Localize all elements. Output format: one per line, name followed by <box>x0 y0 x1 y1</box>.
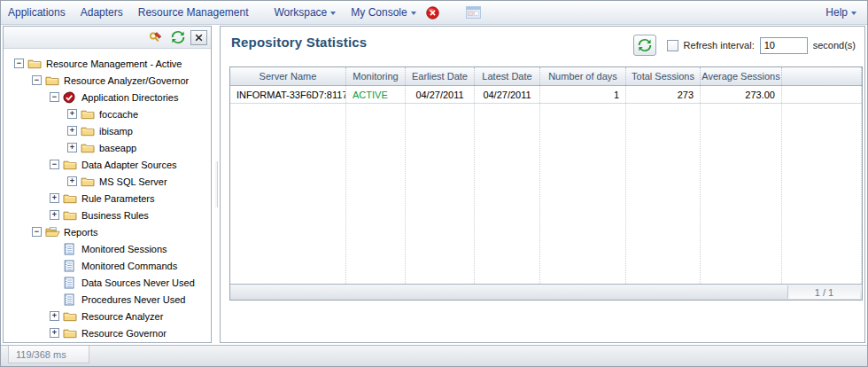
folder-icon <box>27 58 43 70</box>
collapse-icon[interactable]: − <box>32 75 42 85</box>
tree-item-label: Monitored Commands <box>81 261 177 271</box>
tree-item-data-sources-never-used[interactable]: Data Sources Never Used <box>9 274 211 291</box>
table-row[interactable]: INFORMAT-33F6D7:8117ACTIVE04/27/201104/2… <box>230 86 862 104</box>
refresh-controls: Refresh interval: second(s) <box>633 35 856 56</box>
sidebar-toolbar <box>4 27 211 49</box>
menu-item-my-console[interactable]: My Console <box>351 6 415 19</box>
collapse-icon[interactable]: − <box>50 92 59 102</box>
tree-item-label: Application Directories <box>81 92 178 103</box>
expand-icon[interactable]: + <box>50 193 59 203</box>
tree-item-ibisamp[interactable]: +ibisamp <box>9 122 211 139</box>
folder-icon <box>81 176 96 188</box>
report-icon <box>63 243 78 255</box>
stop-icon[interactable] <box>426 6 439 20</box>
cell-average-sessions: 273.00 <box>701 86 782 103</box>
expand-icon[interactable]: + <box>67 143 77 152</box>
folder-icon <box>63 327 78 340</box>
tree-item-business-rules[interactable]: +Business Rules <box>9 207 211 223</box>
report-icon <box>63 277 78 289</box>
refresh-icon[interactable] <box>168 29 187 46</box>
tree-item-label: Monitored Sessions <box>81 244 167 254</box>
folder-icon <box>63 310 78 323</box>
refresh-button[interactable] <box>633 35 656 56</box>
column-header-total-sessions[interactable]: Total Sessions <box>626 67 701 85</box>
menu-item-resource-management[interactable]: Resource Management <box>138 6 249 19</box>
column-header-blank[interactable] <box>782 67 862 85</box>
empty-column <box>540 104 626 284</box>
column-header-server-name[interactable]: Server Name <box>230 67 346 85</box>
refresh-interval-input[interactable] <box>760 37 808 54</box>
menu-items: ApplicationsAdaptersResource ManagementW… <box>8 6 431 19</box>
tree-item-label: Resource Analyzer/Governor <box>64 75 189 86</box>
cell-earliest-date: 04/27/2011 <box>406 86 475 103</box>
menu-item-applications[interactable]: Applications <box>8 6 66 19</box>
tree-item-label: Resource Management - Active <box>46 59 182 69</box>
menu-item-label: Applications <box>8 6 66 19</box>
tree-item-resource-governor[interactable]: +Resource Governor <box>9 324 211 341</box>
menu-item-help[interactable]: Help <box>825 6 856 19</box>
tree-item-label: baseapp <box>99 143 136 153</box>
tree-item-resource-management-active[interactable]: −Resource Management - Active <box>9 55 211 72</box>
tree-item-label: Reports <box>64 227 98 238</box>
statusbar: 119/368 ms <box>1 345 867 366</box>
statistics-table: Server NameMonitoringEarliest DateLatest… <box>229 66 863 301</box>
panel-splitter[interactable] <box>212 26 220 343</box>
tree-item-data-adapter-sources[interactable]: −Data Adapter Sources <box>9 156 211 173</box>
tools-icon[interactable] <box>146 29 165 46</box>
tree-item-label: Data Adapter Sources <box>81 160 177 170</box>
column-header-latest-date[interactable]: Latest Date <box>475 67 540 85</box>
expand-icon[interactable]: + <box>50 210 59 220</box>
tree-item-label: Procedures Never Used <box>81 294 185 305</box>
tree-item-ms-sql-server[interactable]: +MS SQL Server <box>9 173 211 190</box>
folder-icon <box>81 142 96 154</box>
tree-item-baseapp[interactable]: +baseapp <box>9 139 211 156</box>
app-window: { "menubar": { "items": [ {"label":"Appl… <box>0 0 868 367</box>
page-title: Repository Statistics <box>231 35 367 50</box>
close-icon[interactable] <box>190 30 207 45</box>
empty-column <box>626 104 701 284</box>
expand-icon[interactable]: + <box>50 311 59 321</box>
menu-item-adapters[interactable]: Adapters <box>81 6 123 19</box>
table-header-row: Server NameMonitoringEarliest DateLatest… <box>230 67 862 86</box>
cell-number-of-days: 1 <box>540 86 626 103</box>
menubar: ApplicationsAdaptersResource ManagementW… <box>1 1 867 25</box>
expand-icon[interactable]: + <box>50 328 59 338</box>
chevron-down-icon <box>851 12 856 15</box>
menu-item-label: My Console <box>351 6 407 19</box>
column-header-earliest-date[interactable]: Earliest Date <box>406 67 475 85</box>
tree-item-procedures-never-used[interactable]: Procedures Never Used <box>9 291 211 308</box>
tree-item-foccache[interactable]: +foccache <box>9 105 211 122</box>
tree-item-label: Rule Parameters <box>81 193 155 204</box>
report-icon <box>63 260 78 272</box>
table-empty-area <box>230 104 862 284</box>
column-header-monitoring[interactable]: Monitoring <box>346 67 406 85</box>
tree-item-monitored-commands[interactable]: Monitored Commands <box>9 257 211 274</box>
tree-item-monitored-sessions[interactable]: Monitored Sessions <box>9 240 211 257</box>
refresh-interval-label: Refresh interval: <box>684 40 755 51</box>
tree-item-rule-parameters[interactable]: +Rule Parameters <box>9 190 211 207</box>
folder-icon <box>81 125 96 137</box>
menu-item-workspace[interactable]: Workspace <box>274 6 336 19</box>
refresh-interval-checkbox[interactable] <box>667 40 678 51</box>
tree-item-resource-analyzer[interactable]: +Resource Analyzer <box>9 308 211 324</box>
console-window-icon[interactable] <box>466 6 481 19</box>
expand-icon[interactable]: + <box>67 126 77 136</box>
app-dirs-icon <box>63 91 78 104</box>
collapse-icon[interactable]: − <box>32 227 42 237</box>
tree-item-reports[interactable]: −Reports <box>9 223 211 240</box>
folder-icon <box>81 108 96 121</box>
tree-item-application-directories[interactable]: −Application Directories <box>9 89 211 105</box>
tree-item-label: foccache <box>99 109 138 120</box>
expand-icon[interactable]: + <box>67 109 77 119</box>
collapse-icon[interactable]: − <box>50 160 59 169</box>
folder-icon <box>63 159 78 171</box>
cell-monitoring: ACTIVE <box>346 86 406 103</box>
folder-open-icon <box>45 226 60 238</box>
collapse-icon[interactable]: − <box>14 59 24 68</box>
tree-item-resource-analyzer-governor[interactable]: −Resource Analyzer/Governor <box>9 72 211 89</box>
column-header-average-sessions[interactable]: Average Sessions <box>701 67 782 85</box>
empty-column <box>406 104 475 284</box>
resource-tree: −Resource Management - Active−Resource A… <box>4 49 211 342</box>
expand-icon[interactable]: + <box>67 176 77 186</box>
column-header-number-of-days[interactable]: Number of days <box>540 67 626 85</box>
